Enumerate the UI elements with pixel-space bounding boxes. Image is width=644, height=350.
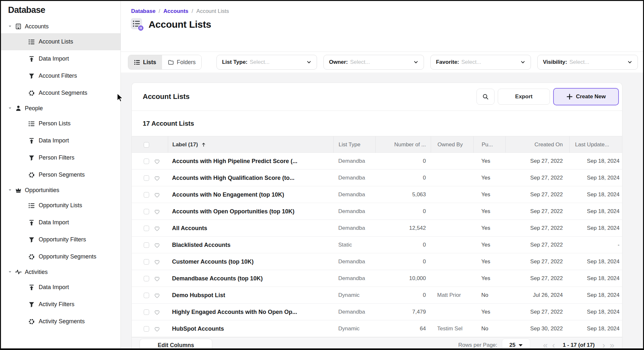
number-cell: 7,479 xyxy=(375,304,431,320)
select-all-checkbox[interactable] xyxy=(144,142,149,148)
filter-list-type[interactable]: List Type:Select... xyxy=(216,55,317,70)
number-cell: 0 xyxy=(375,203,431,220)
sidebar-section-opportunities[interactable]: Opportunities xyxy=(1,183,120,197)
sidebar-item-person-filters[interactable]: Person Filters xyxy=(1,149,120,166)
sidebar-item-person-segments[interactable]: Person Segments xyxy=(1,166,120,183)
list-label-link[interactable]: Demandbase Accounts (top 10K) xyxy=(172,275,263,282)
upload-icon xyxy=(28,219,35,226)
favorite-heart-icon[interactable] xyxy=(154,208,160,215)
sidebar-item-account-filters[interactable]: Account Filters xyxy=(1,67,120,84)
column-header-published[interactable]: Pu... xyxy=(473,136,505,153)
last-updated-cell: - xyxy=(569,237,622,253)
list-icon xyxy=(134,59,140,65)
sidebar-section-accounts[interactable]: Accounts xyxy=(1,20,120,33)
list-label-link[interactable]: Customer Accounts (top 10K) xyxy=(172,258,254,265)
row-checkbox[interactable] xyxy=(144,242,149,248)
sidebar-item-opportunity-filters[interactable]: Opportunity Filters xyxy=(1,231,120,248)
sidebar-section-people[interactable]: People xyxy=(1,102,120,115)
table-row[interactable]: Accounts with High Pipeline Predict Scor… xyxy=(132,153,622,170)
tab-lists[interactable]: Lists xyxy=(128,55,162,69)
list-label-link[interactable]: Accounts with Open Opportunities (top 10… xyxy=(172,208,294,215)
row-checkbox[interactable] xyxy=(144,192,149,198)
first-page-icon[interactable]: « xyxy=(543,341,548,349)
search-button[interactable] xyxy=(476,89,495,105)
sidebar-item-data-import[interactable]: Data Import xyxy=(1,132,120,149)
table-row[interactable]: Highly Engaged Accounts with No Open Op.… xyxy=(132,304,622,320)
next-page-icon[interactable]: › xyxy=(602,341,605,349)
row-checkbox[interactable] xyxy=(144,326,149,332)
table-row[interactable]: Blacklisted AccountsStatic0YesSep 27, 20… xyxy=(132,237,622,253)
filter-visibility[interactable]: Visibility:Select... xyxy=(537,55,638,70)
row-checkbox[interactable] xyxy=(144,293,149,298)
column-header-number[interactable]: Number of ... xyxy=(375,136,431,153)
favorite-heart-icon[interactable] xyxy=(154,158,160,165)
sidebar-item-data-import[interactable]: Data Import xyxy=(1,214,120,231)
table-row[interactable]: Demo Hubspot ListDynamic0Matt PriorNoJul… xyxy=(132,287,622,304)
edit-columns-button[interactable]: Edit Columns xyxy=(139,339,212,349)
prev-page-icon[interactable]: ‹ xyxy=(552,341,555,349)
column-header-label[interactable]: Label (17) xyxy=(168,136,333,153)
favorite-heart-icon[interactable] xyxy=(154,191,160,198)
sidebar-item-activity-filters[interactable]: Activity Filters xyxy=(1,296,120,313)
sidebar-item-activity-segments[interactable]: Activity Segments xyxy=(1,313,120,330)
sidebar-section-label: Activities xyxy=(25,269,48,276)
sidebar-item-opportunity-lists[interactable]: Opportunity Lists xyxy=(1,197,120,214)
table-row[interactable]: HubSpot AccountsDynamic64Testim SelNoSep… xyxy=(132,320,622,337)
favorite-heart-icon[interactable] xyxy=(154,242,160,248)
sort-ascending-icon[interactable] xyxy=(201,142,206,147)
favorite-heart-icon[interactable] xyxy=(154,258,160,265)
sidebar-item-data-import[interactable]: Data Import xyxy=(1,50,120,67)
row-checkbox[interactable] xyxy=(144,175,149,181)
column-header-last-updated[interactable]: Last Update... xyxy=(569,136,622,153)
list-label-link[interactable]: All Accounts xyxy=(172,225,207,232)
rows-per-page-select[interactable]: 25 xyxy=(502,339,530,349)
list-label-link[interactable]: Highly Engaged Accounts with No Open Op.… xyxy=(172,309,297,316)
row-checkbox[interactable] xyxy=(144,276,149,281)
column-header-created-on[interactable]: Created On xyxy=(505,136,569,153)
breadcrumb-database[interactable]: Database xyxy=(131,8,156,15)
table-row[interactable]: All AccountsDemandba12,542YesSep 27, 202… xyxy=(132,220,622,237)
sidebar-item-data-import[interactable]: Data Import xyxy=(1,279,120,296)
owned-by-cell xyxy=(431,170,473,186)
list-icon xyxy=(28,202,35,209)
sidebar-item-account-lists[interactable]: Account Lists xyxy=(1,33,120,50)
list-type-cell: Demandba xyxy=(333,304,375,320)
row-checkbox[interactable] xyxy=(144,309,149,315)
list-label-link[interactable]: Demo Hubspot List xyxy=(172,292,225,299)
table-row[interactable]: Accounts with High Qualification Score (… xyxy=(132,170,622,186)
last-page-icon[interactable]: » xyxy=(610,341,614,349)
tab-folders[interactable]: Folders xyxy=(162,55,201,69)
created-on-cell: Sep 27, 2022 xyxy=(505,170,569,186)
column-header-list-type[interactable]: List Type xyxy=(333,136,375,153)
list-label-link[interactable]: Accounts with High Pipeline Predict Scor… xyxy=(172,158,297,165)
sidebar-item-opportunity-segments[interactable]: Opportunity Segments xyxy=(1,248,120,265)
column-header-owned-by[interactable]: Owned By xyxy=(431,136,473,153)
breadcrumb-accounts[interactable]: Accounts xyxy=(163,8,188,15)
table-row[interactable]: Accounts with Open Opportunities (top 10… xyxy=(132,203,622,220)
export-button[interactable]: Export xyxy=(498,89,550,105)
list-label-link[interactable]: HubSpot Accounts xyxy=(172,326,224,332)
filter-owner[interactable]: Owner:Select... xyxy=(323,55,424,70)
table-row[interactable]: Demandbase Accounts (top 10K)Demandba10,… xyxy=(132,270,622,287)
sidebar-item-person-lists[interactable]: Person Lists xyxy=(1,115,120,132)
favorite-heart-icon[interactable] xyxy=(154,225,160,232)
sidebar-section-activities[interactable]: Activities xyxy=(1,265,120,279)
row-checkbox[interactable] xyxy=(144,226,149,231)
create-new-button[interactable]: Create New xyxy=(553,88,619,105)
table-row[interactable]: Accounts with No Engagement (top 10K)Dem… xyxy=(132,186,622,203)
list-label-link[interactable]: Blacklisted Accounts xyxy=(172,242,230,248)
filter-favorite[interactable]: Favorite:Select... xyxy=(430,55,531,70)
favorite-heart-icon[interactable] xyxy=(154,275,160,282)
row-checkbox[interactable] xyxy=(144,259,149,265)
favorite-heart-icon[interactable] xyxy=(154,175,160,181)
list-label-link[interactable]: Accounts with No Engagement (top 10K) xyxy=(172,191,284,198)
table-row[interactable]: Customer Accounts (top 10K)Demandba0YesS… xyxy=(132,253,622,270)
row-checkbox[interactable] xyxy=(144,159,149,164)
favorite-heart-icon[interactable] xyxy=(154,309,160,316)
list-label-link[interactable]: Accounts with High Qualification Score (… xyxy=(172,175,294,181)
favorite-heart-icon[interactable] xyxy=(154,326,160,332)
funnel-icon xyxy=(28,155,35,161)
sidebar-item-account-segments[interactable]: Account Segments xyxy=(1,84,120,102)
row-checkbox[interactable] xyxy=(144,209,149,214)
favorite-heart-icon[interactable] xyxy=(154,292,160,299)
